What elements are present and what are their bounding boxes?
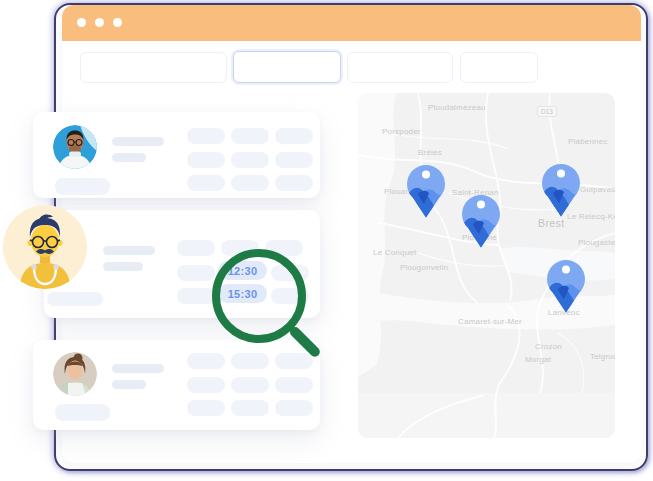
map-label-brest: Brest xyxy=(538,217,565,229)
map-pin[interactable] xyxy=(540,163,582,217)
illustration-canvas: Ploudalmézeau Porspoder Brélès Plabennec… xyxy=(0,0,653,481)
doctor-avatar-female-photo xyxy=(53,352,97,396)
window-control-dot[interactable] xyxy=(113,18,122,27)
time-slot-skeleton[interactable] xyxy=(275,128,313,144)
map-label-plougonvelin: Plougonvelin xyxy=(400,263,448,272)
doctor-avatar-illustration xyxy=(3,205,87,289)
time-slot-skeleton[interactable] xyxy=(231,353,269,369)
map-label-camaret: Camaret-sur-Mer xyxy=(458,317,522,326)
time-slot-skeleton[interactable] xyxy=(275,400,313,416)
time-slot-skeleton[interactable] xyxy=(187,128,225,144)
map-label-crozon: Crozon xyxy=(535,342,562,351)
text-skeleton xyxy=(112,364,164,373)
time-slot-skeleton[interactable] xyxy=(275,377,313,393)
map-label-ploudalmezeau: Ploudalmézeau xyxy=(428,103,486,112)
search-field-3[interactable] xyxy=(347,52,453,83)
text-skeleton xyxy=(112,153,146,162)
time-slot-skeleton[interactable] xyxy=(177,288,215,304)
map-label-porspoder: Porspoder xyxy=(382,127,421,136)
time-slot-skeleton[interactable] xyxy=(187,152,225,168)
appointment-card-3[interactable] xyxy=(33,340,320,430)
text-skeleton xyxy=(112,137,164,146)
text-skeleton xyxy=(112,380,146,389)
action-skeleton[interactable] xyxy=(55,404,110,421)
time-slot-skeleton[interactable] xyxy=(275,152,313,168)
time-slot-skeleton[interactable] xyxy=(231,152,269,168)
time-slot-skeleton[interactable] xyxy=(275,175,313,191)
time-slot-skeleton[interactable] xyxy=(187,353,225,369)
map-label-guipavas: Guipavas xyxy=(580,185,615,194)
search-field-4[interactable] xyxy=(460,52,538,83)
doctor-avatar-male-photo xyxy=(53,125,97,169)
map-label-morgat: Morgat xyxy=(525,355,551,364)
time-slot-skeleton[interactable] xyxy=(231,175,269,191)
map-label-telgruc: Telgruc xyxy=(590,352,615,361)
map-panel[interactable]: Ploudalmézeau Porspoder Brélès Plabennec… xyxy=(358,93,615,438)
time-slot-skeleton[interactable] xyxy=(231,400,269,416)
text-skeleton xyxy=(103,246,155,255)
time-slot-skeleton[interactable] xyxy=(275,353,313,369)
map-pin[interactable] xyxy=(545,259,587,313)
action-skeleton[interactable] xyxy=(55,178,110,195)
window-control-dot[interactable] xyxy=(77,18,86,27)
time-slot-skeleton[interactable] xyxy=(187,400,225,416)
time-slot-skeleton[interactable] xyxy=(187,377,225,393)
map-label-le-conquet: Le Conquet xyxy=(373,248,416,257)
appointment-card-1[interactable] xyxy=(33,112,320,198)
time-slot-skeleton[interactable] xyxy=(231,377,269,393)
text-skeleton xyxy=(103,262,143,271)
action-skeleton[interactable] xyxy=(47,292,103,306)
map-pin[interactable] xyxy=(460,194,502,248)
map-label-plabennec: Plabennec xyxy=(568,137,608,146)
time-slot-skeleton[interactable] xyxy=(177,240,215,256)
time-slot-skeleton[interactable] xyxy=(231,128,269,144)
time-slot-skeleton[interactable] xyxy=(177,265,215,281)
map-label-breles: Brélès xyxy=(418,148,442,157)
window-control-dot[interactable] xyxy=(95,18,104,27)
time-slot-skeleton[interactable] xyxy=(187,175,225,191)
map-pin[interactable] xyxy=(405,164,447,218)
window-titlebar xyxy=(62,5,641,41)
search-field-1[interactable] xyxy=(80,52,227,83)
search-field-2-active[interactable] xyxy=(233,51,341,83)
road-badge: D13 xyxy=(537,106,557,117)
map-label-plougastel: Plougastel xyxy=(578,238,615,247)
